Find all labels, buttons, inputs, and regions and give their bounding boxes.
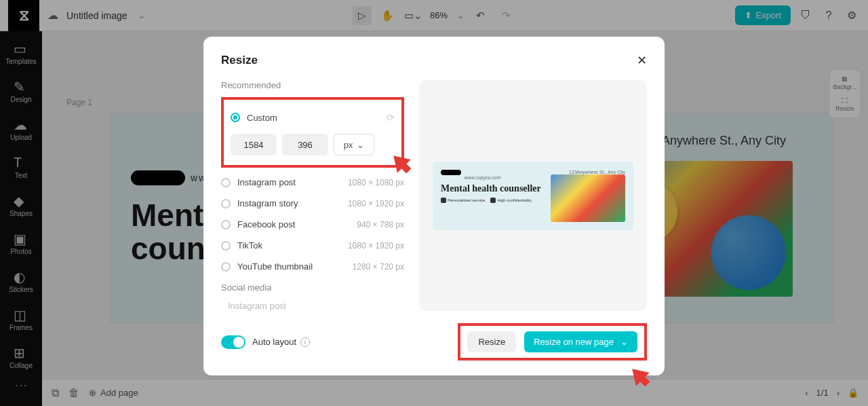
auto-layout-toggle[interactable] — [221, 335, 245, 349]
unit-label: px — [344, 140, 353, 150]
chevron-down-icon: ⌄ — [357, 140, 364, 150]
height-input[interactable] — [282, 134, 328, 155]
preview-card: www.copycu.com Mental health counseller … — [433, 162, 633, 230]
option-instagram-post[interactable]: Instagram post1080 × 1080 px — [221, 172, 404, 193]
radio-selected-icon — [231, 113, 240, 122]
resize-new-page-label: Resize on new page — [534, 337, 614, 347]
resize-new-page-button[interactable]: Resize on new page ⌄ — [524, 331, 637, 352]
width-input[interactable] — [231, 134, 277, 155]
option-tiktok[interactable]: TikTok1080 × 1920 px — [221, 235, 404, 256]
resize-modal: Resize ✕ Recommended Custom ⟳ px ⌄ — [203, 37, 665, 375]
close-icon[interactable]: ✕ — [637, 53, 647, 68]
custom-option-highlight: Custom ⟳ px ⌄ — [221, 97, 404, 168]
option-custom[interactable]: Custom ⟳ — [231, 107, 395, 128]
info-icon[interactable]: i — [300, 337, 310, 347]
preview-address: 123Anywhere St., Any City — [551, 170, 625, 174]
option-facebook-post[interactable]: Facebook post940 × 788 px — [221, 214, 404, 235]
option-youtube-thumbnail[interactable]: YouTube thumbnail1280 × 720 px — [221, 256, 404, 277]
preview-url: www.copycu.com — [464, 175, 500, 180]
footer-buttons-highlight: Resize Resize on new page ⌄ — [458, 323, 647, 361]
preview-image — [551, 174, 625, 222]
chevron-down-icon: ⌄ — [620, 337, 628, 347]
refresh-icon[interactable]: ⟳ — [387, 112, 395, 123]
preview-badge-2: High confidentiality — [490, 198, 531, 203]
unit-select[interactable]: px ⌄ — [334, 134, 374, 155]
social-media-label: Social media — [221, 282, 404, 293]
preview-pane: www.copycu.com Mental health counseller … — [419, 80, 647, 311]
preview-badge-1: Personalized service — [441, 198, 485, 203]
auto-layout-label: Auto layout — [252, 337, 296, 347]
custom-label: Custom — [247, 113, 277, 123]
modal-title: Resize — [221, 54, 258, 67]
social-instagram-post[interactable]: Instagram post — [221, 299, 404, 311]
option-instagram-story[interactable]: Instagram story1080 × 1920 px — [221, 193, 404, 214]
resize-button[interactable]: Resize — [467, 331, 516, 352]
recommended-label: Recommended — [221, 80, 404, 90]
preview-heading: Mental health counseller — [441, 183, 544, 193]
